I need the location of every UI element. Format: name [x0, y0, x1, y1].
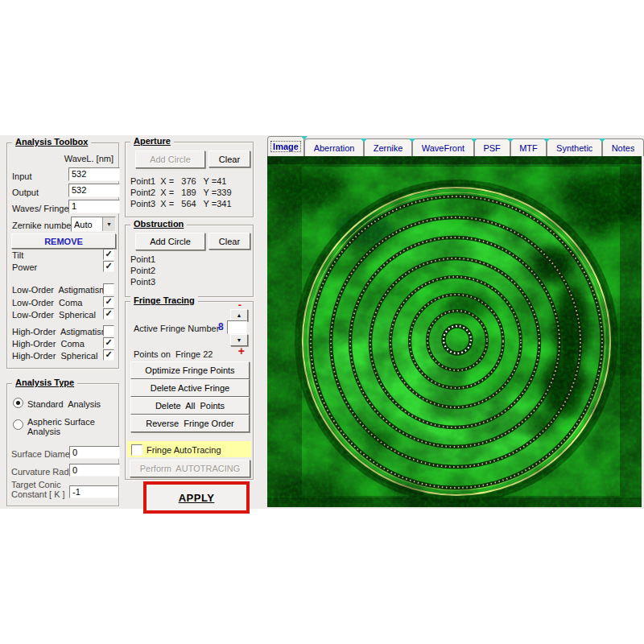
target-conic-label: Target Conic Constant [ K ]: [11, 480, 69, 499]
fringe-tracing-group: Fringe Tracing - ▲ ▼ Active Fringe Numbe…: [125, 301, 254, 480]
active-fringe-number: 8: [218, 322, 224, 332]
checkbox-power[interactable]: ✓: [103, 261, 114, 272]
fringe-autotracing-row: Fringe AutoTracing: [127, 441, 251, 457]
active-fringe-label: Active Fringe Number: [134, 324, 219, 333]
spinner-down-icon: ▼: [237, 337, 242, 343]
zernike-number-dropdown[interactable]: Auto ▼: [71, 217, 116, 232]
surface-diameter-field[interactable]: 0: [69, 446, 120, 459]
analysis-type-title: Analysis Type: [12, 378, 77, 387]
check-icon: ✓: [104, 297, 114, 306]
radio-aspheric-analysis[interactable]: [13, 419, 23, 430]
points-on-fringe-label: Points on Fringe 22: [134, 349, 213, 359]
obstruction-clear-button[interactable]: Clear: [208, 233, 250, 250]
waves-per-fringe-field[interactable]: 1: [68, 200, 120, 213]
waves-per-fringe-label: Waves/ Fringe: [12, 204, 69, 213]
check-icon: ✓: [104, 262, 114, 270]
check-icon: ✓: [104, 250, 114, 258]
checkbox-label-power: Power: [12, 262, 37, 272]
aperture-point1: Point1 X = 376 Y =41: [130, 176, 226, 186]
perform-autotracing-button[interactable]: Perform AUTOTRACING: [130, 460, 250, 477]
checkbox-label-lo-coma: Low-Order Coma: [12, 298, 82, 308]
checkbox-tilt[interactable]: ✓: [103, 249, 114, 260]
checkbox-label-lo-spherical: Low-Order Spherical: [12, 310, 96, 320]
tab-image[interactable]: Image: [267, 136, 304, 156]
apply-button-label: APPLY: [179, 492, 215, 504]
main-panel: Analysis Toolbox WaveL. [nm] Input 532 O…: [0, 135, 644, 509]
output-label: Output: [12, 188, 39, 197]
checkbox-label-ho-spherical: High-Order Spherical: [12, 351, 97, 361]
igram-grain-texture: [267, 156, 642, 507]
apply-button[interactable]: APPLY: [143, 481, 250, 514]
aperture-title: Aperture: [130, 136, 174, 146]
fringe-spinner-track[interactable]: [227, 320, 247, 334]
dropdown-arrow-icon[interactable]: ▼: [102, 217, 115, 231]
input-wavelength-field[interactable]: 532: [68, 167, 120, 181]
obstruction-add-circle-button[interactable]: Add Circle: [135, 233, 205, 250]
zernike-number-value: Auto: [72, 220, 102, 229]
obstruction-title: Obstruction: [130, 219, 187, 229]
obstruction-group: Obstruction Add Circle Clear Point1 Poin…: [125, 225, 254, 297]
tab-mtf[interactable]: MTF: [510, 138, 547, 156]
radio-label-standard: Standard Analysis: [27, 399, 101, 409]
checkbox-lo-astigmatism[interactable]: [103, 283, 114, 295]
checkbox-label-lo-astigmatism: Low-Order Astigmatism: [12, 285, 106, 295]
aperture-point3: Point3 X = 564 Y =341: [130, 199, 232, 208]
check-icon: ✓: [104, 309, 114, 318]
remove-button[interactable]: REMOVE: [11, 233, 116, 249]
wavelength-header: WaveL. [nm]: [64, 154, 114, 163]
analysis-toolbox-group: Analysis Toolbox WaveL. [nm] Input 532 O…: [6, 142, 119, 369]
zernike-number-label: Zernike number: [12, 221, 74, 230]
tab-wavefront[interactable]: WaveFront: [412, 138, 474, 156]
output-wavelength-field[interactable]: 532: [68, 184, 120, 197]
checkbox-label-ho-astigmatism: High-Order Astigmatism: [12, 327, 109, 336]
obstruction-point2: Point2: [130, 266, 155, 275]
tab-synthetic[interactable]: Synthetic: [547, 138, 602, 156]
check-icon: ✓: [104, 338, 114, 347]
checkbox-ho-spherical[interactable]: ✓: [103, 349, 114, 361]
optimize-fringe-points-button[interactable]: Optimize Fringe Points: [130, 361, 250, 379]
view-tab-bar: Image Aberration Zernike WaveFront PSF M…: [267, 137, 644, 156]
checkbox-label-ho-coma: High-Order Coma: [12, 339, 85, 349]
radio-dot: [16, 401, 20, 405]
radio-standard-analysis[interactable]: [13, 398, 23, 408]
checkbox-label-tilt: Tilt: [12, 250, 23, 260]
delete-active-fringe-button[interactable]: Delete Active Fringe: [130, 379, 250, 397]
interferogram-image[interactable]: [267, 156, 642, 507]
fringe-autotracing-label: Fringe AutoTracing: [147, 445, 221, 455]
checkbox-ho-astigmatism[interactable]: [103, 325, 114, 336]
tab-notes[interactable]: Notes: [602, 138, 644, 156]
input-label: Input: [12, 171, 31, 181]
aperture-clear-button[interactable]: Clear: [208, 151, 250, 167]
checkbox-lo-spherical[interactable]: ✓: [103, 308, 114, 320]
reverse-fringe-order-button[interactable]: Reverse Fringe Order: [130, 415, 250, 432]
tab-zernike[interactable]: Zernike: [364, 138, 412, 156]
fringe-autotracing-checkbox[interactable]: [131, 444, 142, 456]
check-icon: ✓: [104, 350, 114, 359]
fringe-spinner-up-button[interactable]: ▲: [230, 309, 248, 321]
obstruction-point1: Point1: [130, 254, 155, 264]
target-conic-field[interactable]: -1: [69, 485, 118, 498]
obstruction-point3: Point3: [130, 277, 155, 287]
tab-aberration[interactable]: Aberration: [304, 138, 364, 156]
aperture-add-circle-button[interactable]: Add Circle: [135, 151, 205, 168]
fringe-plus-indicator: +: [238, 346, 245, 356]
radio-label-aspheric: Aspheric Surface Analysis: [27, 417, 98, 436]
fringe-tracing-title: Fringe Tracing: [130, 295, 198, 305]
analysis-type-group: Analysis Type Standard Analysis Aspheric…: [6, 383, 119, 506]
curvature-radius-field[interactable]: 0: [69, 464, 120, 477]
application-window: Analysis Toolbox WaveL. [nm] Input 532 O…: [0, 0, 644, 644]
spinner-up-icon: ▲: [237, 312, 242, 318]
analysis-toolbox-title: Analysis Toolbox: [12, 137, 91, 147]
tab-psf[interactable]: PSF: [474, 138, 510, 156]
aperture-group: Aperture Add Circle Clear Point1 X = 376…: [125, 142, 254, 217]
checkbox-ho-coma[interactable]: ✓: [103, 337, 114, 349]
checkbox-lo-coma[interactable]: ✓: [103, 296, 114, 308]
aperture-point2: Point2 X = 189 Y =339: [130, 188, 232, 197]
delete-all-points-button[interactable]: Delete All Points: [130, 397, 250, 415]
